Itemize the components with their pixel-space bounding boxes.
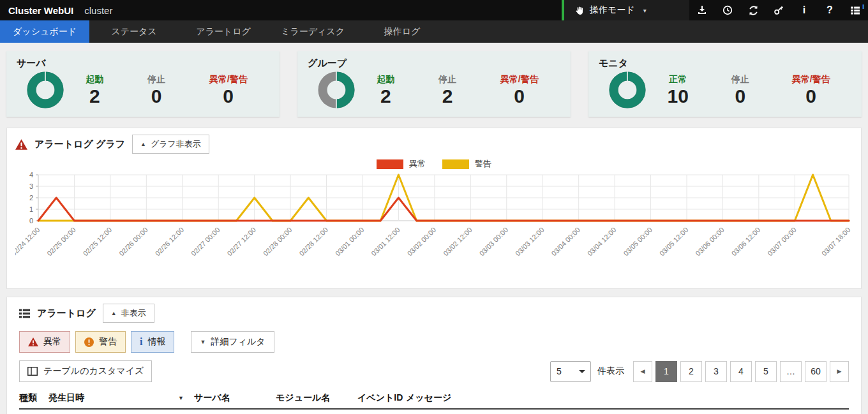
sort-desc-icon: ▼	[178, 395, 194, 401]
download-button[interactable]	[689, 0, 715, 20]
alert-log-panel: アラートログ ▲ 非表示 異常 警告 i 情報 ▼ 詳細フィルタ	[6, 297, 862, 414]
help-button[interactable]: ?	[817, 0, 842, 20]
customize-table-button[interactable]: テーブルのカスタマイズ	[19, 360, 152, 382]
svg-text:03/01 12:00: 03/01 12:00	[370, 226, 401, 258]
chart-legend: 異常 警告	[15, 158, 853, 170]
svg-text:02/27 00:00: 02/27 00:00	[190, 226, 221, 258]
pager-page-1[interactable]: 1	[655, 361, 677, 382]
column-type[interactable]: 種類	[19, 392, 49, 404]
svg-text:03/04 12:00: 03/04 12:00	[586, 226, 618, 258]
tab-mirror-disk[interactable]: ミラーディスク	[268, 20, 357, 43]
stat-stopped: 停止 2	[438, 74, 456, 107]
top-bar: Cluster WebUI cluster 操作モード ▾	[0, 0, 868, 20]
alert-log-title: アラートログ	[37, 307, 96, 320]
svg-text:02/24 12:00: 02/24 12:00	[15, 226, 41, 258]
column-module-name[interactable]: モジュール名	[276, 392, 357, 404]
hide-table-button[interactable]: ▲ 非表示	[103, 304, 154, 323]
svg-text:03/03 12:00: 03/03 12:00	[514, 226, 546, 258]
collapse-icon: ▲	[111, 310, 117, 316]
pager-page-2[interactable]: 2	[680, 361, 702, 382]
svg-text:03/05 12:00: 03/05 12:00	[658, 226, 690, 258]
alert-graph-title: アラートログ グラフ	[34, 138, 125, 151]
tab-alert-log[interactable]: アラートログ	[179, 20, 268, 43]
pager-page-3[interactable]: 3	[705, 361, 727, 382]
svg-text:03/02 00:00: 03/02 00:00	[406, 226, 438, 258]
svg-text:03/06 12:00: 03/06 12:00	[730, 226, 762, 258]
table-info-button[interactable]: i	[842, 0, 868, 20]
info-icon: i	[803, 4, 805, 16]
svg-text:3: 3	[29, 182, 33, 190]
filter-info-button[interactable]: i 情報	[131, 331, 174, 353]
svg-text:03/06 00:00: 03/06 00:00	[694, 226, 726, 258]
group-summary-card: グループ 起動 2 停止 2 異常/警告 0	[297, 51, 571, 117]
collapse-icon: ▲	[140, 141, 146, 147]
pager-page-60[interactable]: 60	[805, 361, 827, 382]
license-button[interactable]	[766, 0, 791, 20]
warning-legend-swatch	[442, 159, 469, 169]
monitor-donut-chart	[609, 71, 646, 108]
pagination: 5 件表示 ◀ 1 2 3 4 5 … 60 ▶	[550, 361, 849, 382]
cluster-name: cluster	[84, 5, 112, 16]
info-button[interactable]: i	[791, 0, 817, 20]
svg-text:4: 4	[29, 171, 33, 179]
card-title: グループ	[308, 57, 560, 70]
page-size-suffix: 件表示	[597, 366, 624, 377]
stat-error-warning: 異常/警告 0	[209, 74, 248, 107]
time-info-button[interactable]	[715, 0, 740, 20]
operation-mode-label: 操作モード	[590, 4, 635, 16]
stat-stopped: 停止 0	[731, 74, 749, 107]
column-event-id[interactable]: イベントID	[357, 392, 406, 404]
pager-ellipsis[interactable]: …	[780, 361, 802, 382]
card-title: サーバ	[17, 57, 269, 70]
svg-text:03/02 12:00: 03/02 12:00	[442, 226, 474, 258]
group-donut-chart	[318, 71, 355, 108]
svg-text:03/04 00:00: 03/04 00:00	[550, 226, 581, 258]
hide-graph-button[interactable]: ▲ グラフ非表示	[132, 135, 209, 154]
svg-text:03/07 18:00: 03/07 18:00	[820, 226, 852, 258]
error-legend-swatch	[377, 159, 403, 169]
warning-triangle-icon	[28, 337, 38, 346]
key-icon	[774, 5, 784, 15]
download-icon	[697, 5, 707, 15]
card-title: モニタ	[599, 57, 851, 70]
tab-status[interactable]: ステータス	[89, 20, 179, 43]
top-icon-bar: i ? i	[689, 0, 868, 20]
svg-text:02/26 12:00: 02/26 12:00	[154, 226, 186, 258]
alert-log-line-chart: 0123402/24 12:0002/25 00:0002/25 12:0002…	[15, 170, 853, 274]
pager-next-button[interactable]: ▶	[830, 361, 849, 382]
stat-stopped: 停止 0	[147, 74, 165, 107]
reload-button[interactable]	[740, 0, 766, 20]
svg-text:03/01 00:00: 03/01 00:00	[334, 226, 366, 258]
column-message[interactable]: メッセージ	[406, 392, 849, 404]
tab-operation-log[interactable]: 操作ログ	[357, 20, 447, 43]
column-server-name[interactable]: サーバ名	[194, 392, 276, 404]
pager-page-4[interactable]: 4	[730, 361, 752, 382]
legend-item-error[interactable]: 異常	[377, 158, 426, 170]
operation-mode-button[interactable]: 操作モード ▾	[562, 0, 689, 20]
stat-error-warning: 異常/警告 0	[792, 74, 830, 107]
app-title: Cluster WebUI	[8, 5, 73, 16]
svg-text:2: 2	[29, 194, 33, 202]
chevron-down-icon: ▾	[643, 7, 647, 14]
hand-icon	[574, 6, 584, 15]
pager-page-5[interactable]: 5	[755, 361, 777, 382]
svg-text:0: 0	[29, 217, 33, 225]
svg-text:02/28 12:00: 02/28 12:00	[297, 226, 329, 258]
info-icon: i	[140, 336, 142, 348]
pager-prev-button[interactable]: ◀	[633, 361, 652, 382]
help-icon: ?	[827, 4, 833, 16]
detail-filter-button[interactable]: ▼ 詳細フィルタ	[191, 331, 274, 353]
column-occurrence-time[interactable]: 発生日時 ▼	[49, 392, 194, 404]
server-summary-card: サーバ 起動 2 停止 0 異常/警告 0	[6, 51, 280, 117]
stat-running: 起動 2	[86, 74, 103, 107]
tab-dashboard[interactable]: ダッシュボード	[0, 20, 89, 43]
topbar-spacer	[112, 0, 562, 20]
filter-error-button[interactable]: 異常	[19, 331, 70, 353]
table-columns-icon	[27, 367, 38, 376]
filter-warning-button[interactable]: 警告	[75, 331, 126, 353]
alert-log-graph-panel: アラートログ グラフ ▲ グラフ非表示 異常 警告 0123402/24 12:…	[6, 128, 862, 289]
monitor-summary-card: モニタ 正常 10 停止 0 異常/警告 0	[588, 51, 862, 117]
page-size-select[interactable]: 5	[550, 361, 591, 382]
server-donut-chart	[27, 71, 64, 108]
legend-item-warning[interactable]: 警告	[442, 158, 491, 170]
